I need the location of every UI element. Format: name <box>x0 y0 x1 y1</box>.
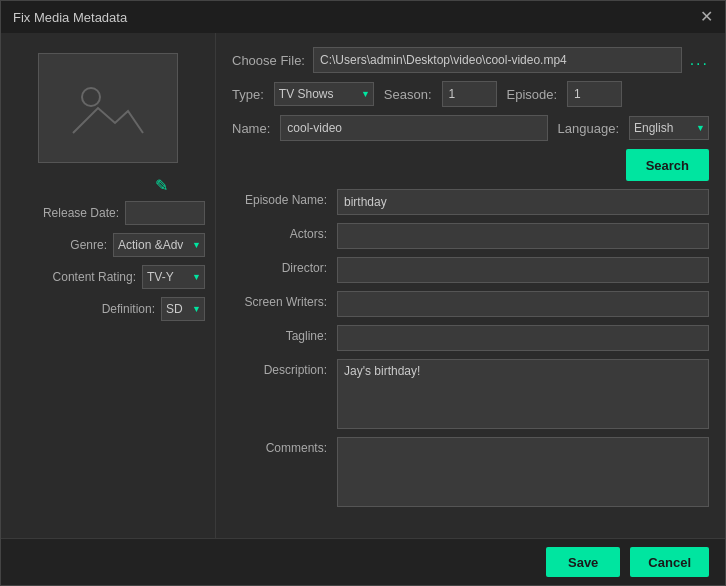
director-row: Director: <box>232 257 709 283</box>
left-fields: Release Date: Genre: Action &Adv Comedy … <box>11 201 205 329</box>
type-select-wrapper: TV Shows Movies Music <box>274 82 374 106</box>
genre-select-wrapper: Action &Adv Comedy Drama <box>113 233 205 257</box>
left-panel: ✎ Release Date: Genre: Action &Adv Comed… <box>1 33 216 538</box>
episode-label: Episode: <box>507 87 558 102</box>
definition-label: Definition: <box>102 302 155 316</box>
language-select[interactable]: English Spanish French <box>629 116 709 140</box>
actors-label: Actors: <box>232 223 337 241</box>
file-label: Choose File: <box>232 53 305 68</box>
main-content: ✎ Release Date: Genre: Action &Adv Comed… <box>1 33 725 538</box>
file-input[interactable] <box>313 47 682 73</box>
release-date-input[interactable] <box>125 201 205 225</box>
definition-select-wrapper: SD HD 4K <box>161 297 205 321</box>
close-button[interactable]: ✕ <box>700 9 713 25</box>
search-row: Search <box>232 149 709 181</box>
name-label: Name: <box>232 121 270 136</box>
description-label: Description: <box>232 359 337 377</box>
episode-input[interactable] <box>567 81 622 107</box>
type-select[interactable]: TV Shows Movies Music <box>274 82 374 106</box>
director-input[interactable] <box>337 257 709 283</box>
thumbnail-placeholder-icon <box>63 73 153 143</box>
content-rating-label: Content Rating: <box>53 270 136 284</box>
release-date-label: Release Date: <box>43 206 119 220</box>
name-input[interactable] <box>280 115 547 141</box>
tagline-row: Tagline: <box>232 325 709 351</box>
file-row: Choose File: ... <box>232 47 709 73</box>
season-label: Season: <box>384 87 432 102</box>
tagline-input[interactable] <box>337 325 709 351</box>
browse-button[interactable]: ... <box>690 51 709 69</box>
episode-name-row: Episode Name: <box>232 189 709 215</box>
definition-select[interactable]: SD HD 4K <box>161 297 205 321</box>
type-label: Type: <box>232 87 264 102</box>
description-row: Description: Jay's birthday! <box>232 359 709 429</box>
save-button[interactable]: Save <box>546 547 620 577</box>
fix-media-metadata-dialog: Fix Media Metadata ✕ ✎ Rele <box>0 0 726 586</box>
genre-row: Genre: Action &Adv Comedy Drama <box>11 233 205 257</box>
description-textarea[interactable]: Jay's birthday! <box>337 359 709 429</box>
genre-select[interactable]: Action &Adv Comedy Drama <box>113 233 205 257</box>
right-panel: Choose File: ... Type: TV Shows Movies M… <box>216 33 725 538</box>
content-rating-select-wrapper: TV-Y TV-G TV-14 TV-MA <box>142 265 205 289</box>
bottom-bar: Save Cancel <box>1 538 725 585</box>
definition-row: Definition: SD HD 4K <box>11 297 205 321</box>
thumbnail-box <box>38 53 178 163</box>
director-label: Director: <box>232 257 337 275</box>
season-input[interactable] <box>442 81 497 107</box>
language-select-wrapper: English Spanish French <box>629 116 709 140</box>
genre-label: Genre: <box>70 238 107 252</box>
comments-textarea[interactable] <box>337 437 709 507</box>
search-button[interactable]: Search <box>626 149 709 181</box>
title-bar: Fix Media Metadata ✕ <box>1 1 725 33</box>
thumbnail-wrapper: ✎ <box>38 53 178 171</box>
episode-name-label: Episode Name: <box>232 189 337 207</box>
comments-label: Comments: <box>232 437 337 455</box>
content-rating-select[interactable]: TV-Y TV-G TV-14 TV-MA <box>142 265 205 289</box>
language-label: Language: <box>558 121 619 136</box>
edit-thumbnail-icon[interactable]: ✎ <box>155 176 168 195</box>
cancel-button[interactable]: Cancel <box>630 547 709 577</box>
svg-rect-0 <box>63 73 153 143</box>
actors-input[interactable] <box>337 223 709 249</box>
comments-row: Comments: <box>232 437 709 507</box>
screen-writers-input[interactable] <box>337 291 709 317</box>
dialog-title: Fix Media Metadata <box>13 10 127 25</box>
episode-name-input[interactable] <box>337 189 709 215</box>
screen-writers-row: Screen Writers: <box>232 291 709 317</box>
actors-row: Actors: <box>232 223 709 249</box>
content-rating-row: Content Rating: TV-Y TV-G TV-14 TV-MA <box>11 265 205 289</box>
release-date-row: Release Date: <box>11 201 205 225</box>
screen-writers-label: Screen Writers: <box>232 291 337 309</box>
tagline-label: Tagline: <box>232 325 337 343</box>
